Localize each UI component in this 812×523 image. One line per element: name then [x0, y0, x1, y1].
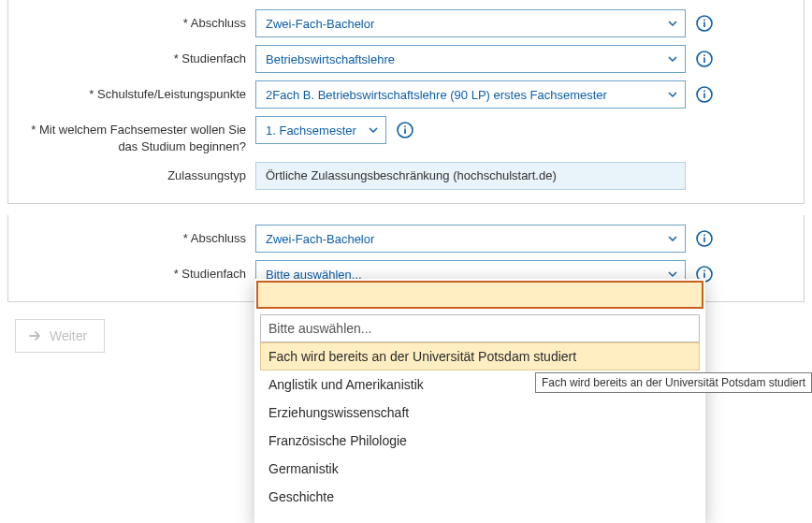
select-value: Zwei-Fach-Bachelor [266, 232, 374, 246]
info-icon[interactable] [695, 14, 714, 33]
studienfach-dropdown[interactable]: Bitte auswählen...Fach wird bereits an d… [254, 279, 705, 523]
svg-rect-8 [703, 91, 705, 93]
row-abschluss-2: * Abschluss Zwei-Fach-Bachelor [23, 225, 789, 253]
caret-down-icon [668, 19, 677, 28]
row-fachsemester: * Mit welchem Fachsemester wollen Sie da… [23, 116, 789, 154]
select-value: 2Fach B. Betriebswirtschaftslehre (90 LP… [266, 88, 607, 102]
dropdown-option[interactable]: Fach wird bereits an der Universität Pot… [260, 342, 700, 370]
info-icon[interactable] [695, 229, 714, 248]
select-schulstufe[interactable]: 2Fach B. Betriebswirtschaftslehre (90 LP… [255, 80, 686, 109]
caret-down-icon [668, 90, 677, 99]
dropdown-option[interactable]: Französische Philologie [260, 427, 700, 455]
dropdown-option[interactable]: Erziehungswissenschaft [260, 399, 700, 427]
row-studienfach-1: * Studienfach Betriebswirtschaftslehre [23, 45, 789, 73]
select-fachsemester[interactable]: 1. Fachsemester [255, 116, 386, 144]
svg-rect-16 [703, 273, 705, 279]
label-fachsemester: * Mit welchem Fachsemester wollen Sie da… [23, 116, 255, 154]
svg-rect-14 [703, 235, 705, 237]
svg-rect-10 [404, 129, 406, 135]
row-schulstufe: * Schulstufe/Leistungspunkte 2Fach B. Be… [23, 80, 789, 109]
caret-down-icon [369, 125, 378, 135]
select-value: Zwei-Fach-Bachelor [266, 17, 374, 31]
dropdown-search-input[interactable] [256, 281, 703, 309]
label-abschluss-2: * Abschluss [23, 225, 255, 247]
select-abschluss-2[interactable]: Zwei-Fach-Bachelor [255, 225, 686, 253]
readonly-zulassungstyp: Örtliche Zulassungsbeschränkung (hochsch… [255, 162, 686, 190]
label-studienfach-1: * Studienfach [23, 45, 255, 67]
select-value: 1. Fachsemester [266, 123, 356, 138]
svg-rect-7 [703, 94, 705, 99]
select-abschluss-1[interactable]: Zwei-Fach-Bachelor [255, 9, 686, 37]
row-abschluss-1: * Abschluss Zwei-Fach-Bachelor [23, 9, 789, 37]
dropdown-list: Bitte auswählen...Fach wird bereits an d… [254, 311, 705, 523]
info-icon[interactable] [695, 85, 714, 104]
info-icon[interactable] [695, 50, 714, 68]
select-value: Betriebswirtschaftslehre [266, 52, 395, 66]
label-abschluss-1: * Abschluss [23, 9, 255, 32]
info-icon[interactable] [396, 121, 414, 139]
section-first-subject: * Abschluss Zwei-Fach-Bachelor * Studien… [7, 0, 805, 204]
svg-rect-4 [703, 58, 705, 64]
label-studienfach-2: * Studienfach [23, 260, 255, 283]
svg-rect-5 [703, 55, 705, 57]
weiter-button[interactable]: Weiter [15, 319, 105, 353]
row-zulassungstyp: Zulassungstyp Örtliche Zulassungsbeschrä… [23, 162, 789, 190]
svg-rect-2 [703, 20, 705, 22]
svg-rect-17 [703, 270, 705, 272]
dropdown-option[interactable]: Germanistik [260, 455, 700, 483]
arrow-right-icon [29, 330, 42, 341]
tooltip: Fach wird bereits an der Universität Pot… [535, 372, 812, 393]
svg-rect-11 [404, 126, 406, 128]
svg-rect-1 [703, 22, 705, 28]
caret-down-icon [668, 234, 677, 243]
weiter-label: Weiter [50, 328, 87, 343]
caret-down-icon [668, 54, 677, 64]
label-zulassungstyp: Zulassungstyp [23, 162, 255, 184]
caret-down-icon [668, 269, 677, 279]
label-schulstufe: * Schulstufe/Leistungspunkte [23, 80, 255, 103]
dropdown-option[interactable]: Bitte auswählen... [260, 314, 700, 342]
select-studienfach-1[interactable]: Betriebswirtschaftslehre [255, 45, 686, 73]
svg-rect-13 [703, 238, 705, 243]
dropdown-option[interactable]: Geschichte [260, 483, 700, 511]
